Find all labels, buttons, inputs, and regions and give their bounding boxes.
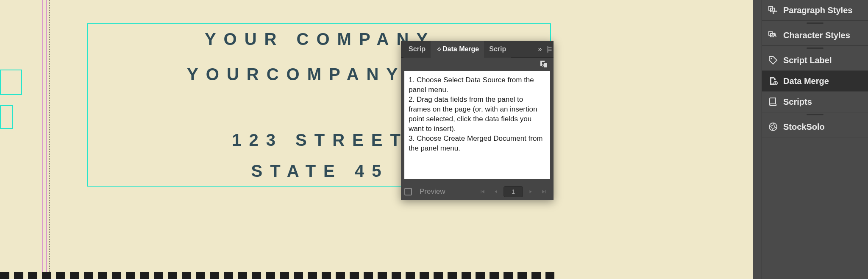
tab-script-label[interactable]: Scrip: [403, 41, 431, 58]
ruler-line: [49, 0, 50, 279]
first-record-button[interactable]: [476, 186, 488, 197]
sort-indicator-icon: ◇: [437, 46, 441, 52]
dock-character-styles[interactable]: Character Styles: [762, 25, 868, 46]
data-merge-panel[interactable]: Scrip ◇ Data Merge Scrip » |≡ 1. Choose …: [401, 41, 554, 200]
next-record-button[interactable]: [525, 186, 537, 197]
svg-point-4: [771, 58, 772, 59]
create-merged-document-icon[interactable]: [538, 60, 549, 68]
panel-tab-bar: Scrip ◇ Data Merge Scrip » |≡: [401, 41, 554, 58]
tag-icon: [768, 55, 778, 65]
prev-record-button[interactable]: [490, 186, 502, 197]
right-panel-dock: Paragraph Styles Character Styles Script…: [762, 0, 868, 279]
guide-vertical[interactable]: [46, 0, 47, 279]
dock-item-label: Script Label: [783, 56, 832, 65]
dock-scripts[interactable]: Scripts: [762, 92, 868, 112]
record-pager: 1: [476, 186, 550, 197]
panel-grip[interactable]: [762, 21, 868, 25]
tab-scripts[interactable]: Scrip: [484, 41, 511, 58]
panel-menu-icon[interactable]: |≡: [547, 45, 551, 53]
text-frame-small[interactable]: [0, 70, 22, 95]
horizontal-ruler: [0, 272, 554, 279]
preview-checkbox[interactable]: [404, 188, 412, 195]
dock-item-label: Paragraph Styles: [783, 6, 852, 15]
dock-item-label: Character Styles: [783, 31, 850, 40]
panel-instructions: 1. Choose Select Data Source from the pa…: [404, 71, 550, 179]
panel-dock-strip[interactable]: [753, 0, 762, 279]
panel-grip[interactable]: [762, 46, 868, 50]
panel-footer: Preview 1: [401, 183, 554, 200]
scripts-icon: [768, 97, 778, 107]
dock-item-label: Data Merge: [783, 76, 829, 86]
panel-expand-icon[interactable]: »: [538, 45, 542, 53]
text-frame-small[interactable]: [0, 105, 13, 129]
instruction-step-2: 2. Drag data fields from the panel to fr…: [409, 95, 546, 134]
instruction-step-3: 3. Choose Create Merged Document from th…: [409, 134, 546, 153]
preview-label: Preview: [417, 187, 471, 196]
tab-label-active: Data Merge: [442, 45, 479, 53]
dock-item-label: StockSolo: [783, 122, 825, 132]
data-merge-icon: [768, 76, 778, 86]
panel-grip[interactable]: [762, 112, 868, 117]
svg-point-6: [769, 123, 777, 131]
dock-stocksolo[interactable]: StockSolo: [762, 117, 868, 137]
paragraph-styles-icon: [768, 5, 778, 15]
tab-data-merge[interactable]: ◇ Data Merge: [431, 41, 484, 58]
ruler-line: [35, 0, 35, 279]
instruction-step-1: 1. Choose Select Data Source from the pa…: [409, 75, 546, 95]
dock-script-label[interactable]: Script Label: [762, 50, 868, 71]
aperture-icon: [768, 122, 778, 132]
record-number-input[interactable]: 1: [504, 186, 523, 197]
character-styles-icon: [768, 30, 778, 40]
dock-data-merge[interactable]: Data Merge: [762, 71, 868, 92]
guide-vertical[interactable]: [42, 0, 43, 279]
dock-item-label: Scripts: [783, 97, 812, 107]
dock-paragraph-styles[interactable]: Paragraph Styles: [762, 0, 868, 21]
last-record-button[interactable]: [538, 186, 550, 197]
